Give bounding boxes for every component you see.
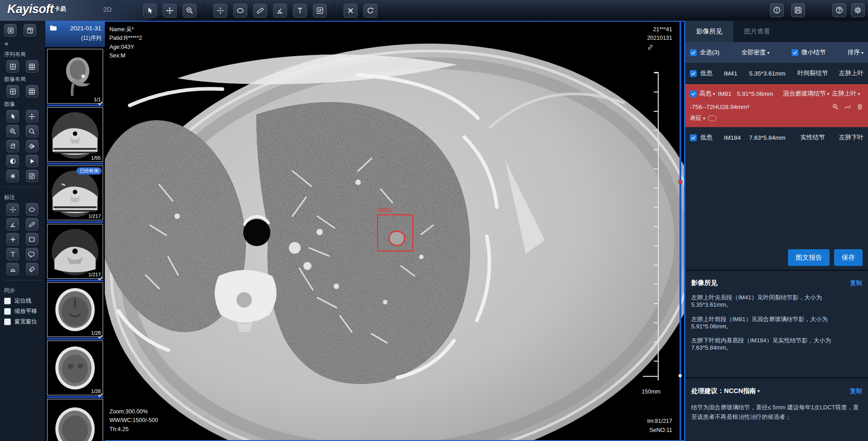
ellipse-tool-button[interactable] (233, 4, 247, 18)
rotate-image-button[interactable] (6, 140, 19, 152)
cine-play-button[interactable] (26, 155, 38, 167)
trash-icon[interactable] (856, 103, 863, 110)
copy-findings-link[interactable]: 复制 (850, 279, 862, 287)
ruler-annotation-button[interactable] (26, 218, 38, 231)
zoom-tool-button[interactable] (183, 4, 197, 18)
series-thumbnail[interactable]: 1/28 (47, 341, 103, 395)
ruler-tool-button[interactable] (253, 4, 267, 18)
series-thumbnail[interactable] (47, 399, 103, 441)
window-setting: WW/WC:1500/-500 (109, 416, 158, 425)
report-button[interactable]: 图文报告 (788, 249, 830, 266)
collapse-sidebar-button[interactable]: « (0, 39, 45, 48)
delete-annotation-button[interactable] (344, 4, 358, 18)
crosshair-annotation-button[interactable] (6, 203, 19, 216)
checkbox-unchecked[interactable] (4, 298, 11, 304)
window-level-tool-button[interactable] (313, 4, 327, 18)
scroll-position-marker[interactable] (679, 180, 682, 184)
feature-dropdown[interactable]: 表征 ▾ (690, 114, 705, 122)
magnify-nodule-icon[interactable] (832, 103, 839, 110)
pointer-tool-button[interactable] (143, 4, 157, 18)
zoom-level: Zoom:300.00% (109, 408, 158, 416)
eraser-button[interactable] (26, 263, 38, 275)
alert-button[interactable] (770, 3, 784, 17)
display-params-overlay: Zoom:300.00% WW/WC:1500/-500 Th:4.25 (109, 408, 158, 434)
density-filter-dropdown[interactable]: 全部密度 ▾ (741, 48, 769, 57)
nodule-row[interactable]: 低危 IM41 5.35*3.61mm 叶间裂结节 左肺上叶 (685, 63, 868, 84)
micro-nodule-checkbox[interactable] (792, 49, 798, 56)
checkbox-unchecked[interactable] (4, 308, 11, 315)
checkbox-unchecked[interactable] (4, 318, 11, 325)
angle-annotation-button[interactable] (6, 218, 19, 231)
brightness-button[interactable] (6, 170, 19, 182)
thumbnail-separator (47, 163, 104, 165)
sidebar-divider (4, 187, 41, 187)
series-thumbnail[interactable]: 已经检测 1/217 (47, 166, 103, 220)
nodule-checkbox[interactable] (690, 134, 697, 141)
advice-text: 结节为混合磨玻璃结节，直径≤ 5mm 建议每年1次LDCT筛查，直至该患者不再是… (691, 403, 862, 422)
angle-tool-button[interactable] (273, 4, 287, 18)
series-grid-2x2-button[interactable] (6, 60, 19, 73)
scroll-annotation-marker[interactable] (679, 374, 682, 377)
pan-tool-button[interactable] (163, 4, 177, 18)
sort-dropdown[interactable]: 排序 ▾ (848, 48, 863, 57)
sync-option-localizer[interactable]: 定位线 (0, 296, 45, 306)
crosshair-tool-button[interactable] (213, 4, 227, 18)
tool-strip (143, 3, 377, 18)
pan-tool-button[interactable] (26, 110, 38, 123)
location-dropdown[interactable]: 左肺上叶 ▾ (832, 90, 860, 98)
ct-axial-image[interactable]: IM81 (105, 22, 684, 440)
save-button[interactable]: 保存 (834, 249, 863, 266)
image-grid-2x2-button[interactable] (6, 85, 19, 98)
series-thumbnail[interactable]: 1/55 (47, 107, 103, 162)
reset-button[interactable] (363, 4, 377, 18)
thumbnail-index: 1/217 (88, 213, 101, 219)
type-dropdown[interactable]: 混合磨玻璃结节 ▾ (783, 90, 830, 98)
series-panel-tab[interactable] (4, 24, 17, 37)
select-all-checkbox[interactable] (690, 49, 697, 56)
nodule-row[interactable]: 低危 IM184 7.63*5.84mm 实性结节 左肺下叶 (685, 127, 868, 148)
tab-findings[interactable]: 影像所见 (685, 21, 733, 42)
series-thumbnail[interactable]: 1/28 (47, 282, 103, 337)
zoom-in-button[interactable] (6, 125, 19, 138)
sync-option-window-level[interactable]: 窗宽窗位 (0, 317, 45, 327)
image-grid-3x3-button[interactable] (26, 85, 38, 98)
tab-image-view[interactable]: 图片查看 (733, 21, 781, 42)
help-button[interactable] (832, 3, 846, 17)
series-layout-label: 序列布局 (0, 48, 45, 60)
route-icon[interactable] (844, 103, 851, 110)
window-level-button[interactable] (26, 170, 38, 182)
nodule-checkbox[interactable] (690, 70, 697, 77)
text-annotation-button[interactable] (6, 248, 19, 261)
series-thumbnail[interactable]: 1/1 (47, 49, 103, 104)
link-icon[interactable] (647, 44, 672, 51)
image-scrollbar[interactable] (679, 22, 681, 440)
invert-button[interactable] (6, 155, 19, 167)
main-image-viewport[interactable]: IM81 Name:吴* Patid:R*****2 Age:043Y Sex:… (105, 21, 684, 441)
guideline-dropdown[interactable]: NCCN指南 ▾ (724, 387, 760, 395)
series-grid-3x3-button[interactable] (26, 60, 38, 73)
save-image-button[interactable] (791, 3, 805, 17)
flip-image-button[interactable] (26, 140, 38, 152)
risk-level: 低危 (700, 69, 720, 77)
cobb-arch-annotation-button[interactable] (6, 263, 19, 275)
nodule-checkbox[interactable] (690, 90, 697, 97)
rectangle-annotation-button[interactable] (26, 233, 38, 246)
series-thumbnail[interactable]: 1/217 (47, 224, 103, 279)
settings-button[interactable] (851, 3, 865, 17)
study-header[interactable]: 2021-01-31 (11)序列 (45, 21, 105, 47)
nodule-row-selected[interactable]: 高危 ▾ IM81 5.91*5.06mm 混合磨玻璃结节 ▾ 左肺上叶 ▾ -… (685, 84, 868, 127)
copy-advice-link[interactable]: 复制 (850, 387, 862, 395)
sync-option-zoom-pan[interactable]: 缩放平移 (0, 306, 45, 317)
layout-panel-tab[interactable] (24, 24, 36, 37)
callout-annotation-button[interactable] (26, 248, 38, 261)
check-icon (97, 334, 103, 340)
text-tool-button[interactable] (293, 4, 307, 18)
magnify-button[interactable] (26, 125, 38, 138)
point-annotation-button[interactable] (6, 233, 19, 246)
pointer-tool-button[interactable] (6, 110, 19, 123)
nodule-contour (389, 231, 405, 246)
risk-dropdown[interactable]: 高危 ▾ (699, 90, 715, 98)
app-logo-cn: 卡易 (55, 5, 66, 12)
ellipse-annotation-button[interactable] (26, 203, 38, 216)
detected-badge: 已经检测 (76, 167, 102, 175)
